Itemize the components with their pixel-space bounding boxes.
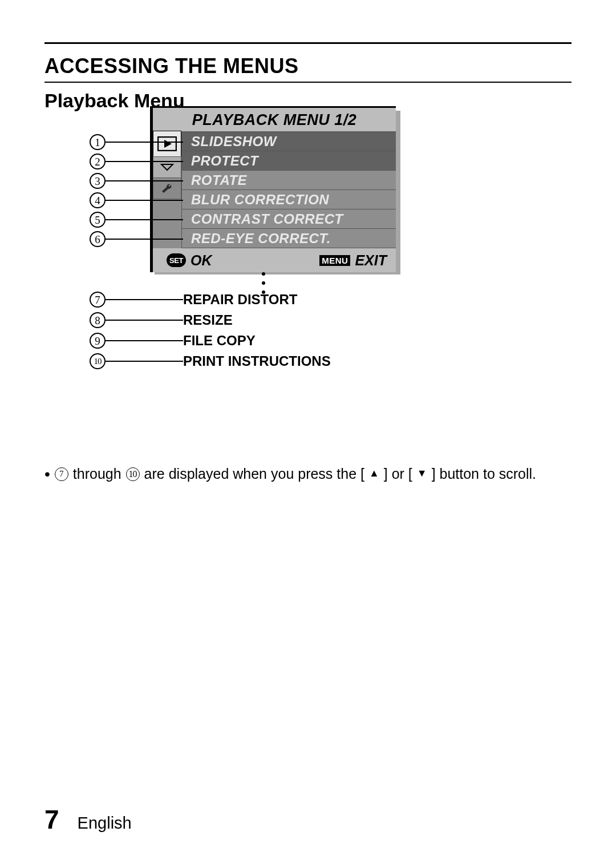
menu-item-label: RED-EYE CORRECT. xyxy=(191,231,331,247)
callout-7: 7 xyxy=(90,292,106,308)
scroll-note: • 7 through 10 are displayed when you pr… xyxy=(44,466,572,482)
page-number: 7 xyxy=(44,804,59,835)
callout-5: 5 xyxy=(90,212,106,228)
callout-9: 9 xyxy=(90,333,106,349)
exit-label: EXIT xyxy=(355,252,387,269)
callout-6: 6 xyxy=(90,231,106,247)
menu-item-label: ROTATE xyxy=(191,172,247,188)
extra-item-list: 7 REPAIR DISTORT 8 RESIZE 9 FILE COPY 10… xyxy=(90,289,331,372)
menu-badge: MENU xyxy=(319,255,350,266)
set-badge: SET xyxy=(167,253,186,267)
menu-item-label: PROTECT xyxy=(191,153,258,169)
callout-1: 1 xyxy=(90,134,106,150)
note-circled-10: 10 xyxy=(126,467,140,481)
note-circled-7: 7 xyxy=(55,467,68,481)
menu-item-rotate: ROTATE xyxy=(182,171,396,190)
menu-item-label: CONTRAST CORRECT xyxy=(191,211,343,227)
menu-item-protect: PROTECT xyxy=(182,151,396,171)
language-label: English xyxy=(78,814,132,833)
callout-3: 3 xyxy=(90,173,106,189)
menu-item-contrast: CONTRAST CORRECT xyxy=(182,209,396,229)
extra-item-label: REPAIR DISTORT xyxy=(183,292,297,308)
callout-10: 10 xyxy=(90,353,106,369)
menu-item-label: SLIDESHOW xyxy=(191,134,277,150)
callout-8: 8 xyxy=(90,312,106,328)
screen-menu-list: SLIDESHOW PROTECT ROTATE BLUR CORRECTION… xyxy=(181,132,396,248)
ok-label: OK xyxy=(191,252,212,269)
menu-item-label: BLUR CORRECTION xyxy=(191,192,329,208)
up-triangle-icon: ▲ xyxy=(369,467,379,479)
page-footer: 7 English xyxy=(44,804,132,835)
extra-item-label: PRINT INSTRUCTIONS xyxy=(183,353,331,369)
extra-item-label: FILE COPY xyxy=(183,333,256,349)
screen-bottom-bar: SET OK MENU EXIT xyxy=(153,248,396,272)
menu-diagram: PLAYBACK MENU 1/2 xyxy=(90,106,460,426)
screen-title: PLAYBACK MENU 1/2 xyxy=(153,108,396,132)
camera-screen: PLAYBACK MENU 1/2 xyxy=(150,106,396,272)
page-heading: ACCESSING THE MENUS xyxy=(44,54,572,78)
menu-item-blur: BLUR CORRECTION xyxy=(182,190,396,209)
callout-4: 4 xyxy=(90,192,106,208)
extra-item-label: RESIZE xyxy=(183,312,233,328)
menu-item-redeye: RED-EYE CORRECT. xyxy=(182,229,396,248)
down-triangle-icon: ▼ xyxy=(417,467,427,479)
menu-item-slideshow: SLIDESHOW xyxy=(182,132,396,151)
callout-2: 2 xyxy=(90,154,106,169)
